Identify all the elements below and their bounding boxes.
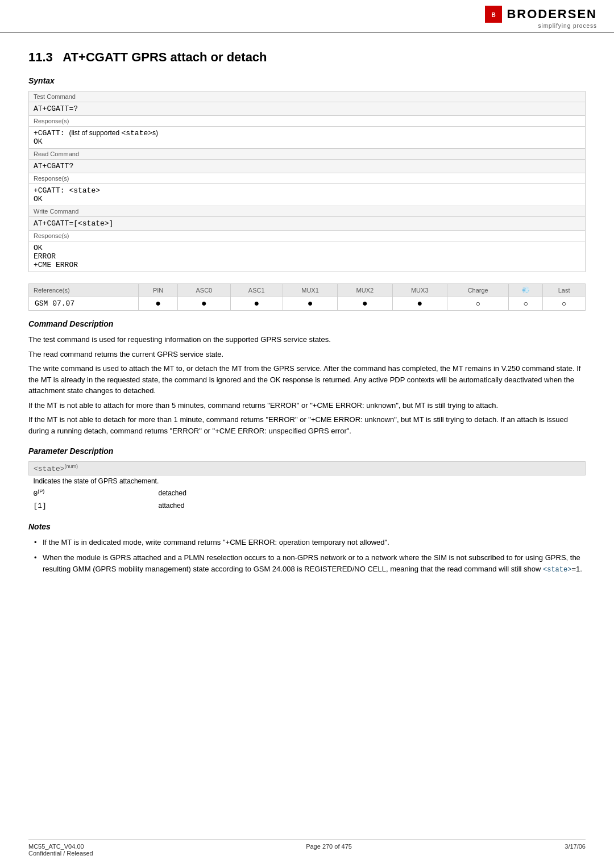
reference-table: Reference(s) PIN ASC0 ASC1 MUX1 MUX2 MUX… — [28, 283, 586, 311]
col-asc1: ASC1 — [230, 284, 283, 297]
col-wind: 💨 — [509, 284, 543, 297]
state-link: <state> — [543, 566, 571, 574]
read-command-header-row: Read Command — [29, 149, 586, 160]
param-header-row: <state>(num) — [29, 462, 586, 475]
write-response-text: OK ERROR +CME ERROR — [29, 241, 586, 272]
footer-page: Page 270 of 475 — [306, 843, 352, 850]
parameter-description-section: Parameter Description <state>(num) Indic… — [28, 446, 586, 512]
notes-title: Notes — [28, 522, 586, 531]
footer-left: MC55_ATC_V04.00 Confidential / Released — [28, 843, 93, 857]
write-command-header-row: Write Command — [29, 206, 586, 217]
note-item-1: If the MT is in dedicated mode, write co… — [34, 537, 586, 548]
notes-section: Notes If the MT is in dedicated mode, wr… — [28, 522, 586, 575]
cmd-desc-p2: The read command returns the current GPR… — [28, 349, 586, 360]
last-value: ○ — [543, 297, 586, 311]
param-value-0: 0(P) — [29, 487, 154, 500]
page-header: B BRODERSEN simplifying process — [0, 0, 614, 33]
write-command-label: Write Command — [29, 206, 586, 217]
write-command-row: AT+CGATT=[<state>] — [29, 217, 586, 231]
test-command-text: AT+CGATT=? — [29, 102, 586, 116]
reference-header-row: Reference(s) PIN ASC0 ASC1 MUX1 MUX2 MUX… — [29, 284, 586, 297]
wind-value: ○ — [509, 297, 543, 311]
svg-text:B: B — [492, 12, 496, 18]
test-response-label: Response(s) — [29, 116, 586, 127]
col-mux2: MUX2 — [338, 284, 392, 297]
col-last: Last — [543, 284, 586, 297]
mux3-value: ● — [392, 297, 447, 311]
test-response-row: +CGATT: (list of supported <state>s) OK — [29, 127, 586, 149]
asc0-value: ● — [178, 297, 230, 311]
param-label-1: attached — [154, 500, 586, 512]
write-response-header-row: Response(s) — [29, 231, 586, 241]
command-description-title: Command Description — [28, 319, 586, 328]
syntax-heading: Syntax — [28, 76, 586, 85]
col-mux1: MUX1 — [283, 284, 337, 297]
footer-center: Page 270 of 475 — [306, 843, 352, 857]
logo-sub: simplifying process — [538, 23, 597, 29]
cmd-desc-p3: The write command is used to attach the … — [28, 363, 586, 397]
logo-row: B BRODERSEN — [485, 6, 597, 23]
cmd-desc-p5: If the MT is not able to detach for more… — [28, 414, 586, 436]
param-value-1-row: [1] attached — [29, 500, 586, 512]
col-charge: Charge — [447, 284, 509, 297]
param-table: <state>(num) Indicates the state of GPRS… — [28, 461, 586, 512]
read-response-header-row: Response(s) — [29, 173, 586, 184]
col-asc0: ASC0 — [178, 284, 230, 297]
col-pin: PIN — [138, 284, 177, 297]
footer-doc-id: MC55_ATC_V04.00 — [28, 843, 93, 850]
write-response-row: OK ERROR +CME ERROR — [29, 241, 586, 272]
cmd-desc-p4: If the MT is not able to attach for more… — [28, 400, 586, 411]
param-name-header: <state>(num) — [29, 462, 586, 475]
mux1-value: ● — [283, 297, 337, 311]
footer-status: Confidential / Released — [28, 850, 93, 857]
charge-value: ○ — [447, 297, 509, 311]
syntax-table: Test Command AT+CGATT=? Response(s) +CGA… — [28, 91, 586, 272]
notes-list: If the MT is in dedicated mode, write co… — [34, 537, 586, 575]
test-command-label: Test Command — [29, 91, 586, 102]
write-response-label: Response(s) — [29, 231, 586, 241]
reference-data-row: GSM 07.07 ● ● ● ● ● ● ○ ○ ○ — [29, 297, 586, 311]
logo-area: B BRODERSEN simplifying process — [485, 6, 597, 29]
test-response-header-row: Response(s) — [29, 116, 586, 127]
section-title: 11.3 AT+CGATT GPRS attach or detach — [28, 50, 586, 65]
read-response-label: Response(s) — [29, 173, 586, 184]
parameter-description-title: Parameter Description — [28, 446, 586, 456]
reference-label: Reference(s) — [29, 284, 139, 297]
param-value-0-row: 0(P) detached — [29, 487, 586, 500]
asc1-value: ● — [230, 297, 283, 311]
footer-right: 3/17/06 — [565, 843, 586, 857]
read-response-row: +CGATT: <state> OK — [29, 184, 586, 206]
param-label-0: detached — [154, 487, 586, 500]
test-command-row: AT+CGATT=? — [29, 102, 586, 116]
gsm-label: GSM 07.07 — [29, 297, 139, 311]
logo-name: BRODERSEN — [507, 7, 597, 22]
brodersen-logo-icon: B — [485, 6, 502, 23]
read-command-row: AT+CGATT? — [29, 160, 586, 173]
test-response-text: +CGATT: (list of supported <state>s) OK — [29, 127, 586, 149]
param-desc-text: Indicates the state of GPRS attachement. — [29, 475, 586, 487]
main-content: 11.3 AT+CGATT GPRS attach or detach Synt… — [0, 33, 614, 596]
read-command-label: Read Command — [29, 149, 586, 160]
col-mux3: MUX3 — [392, 284, 447, 297]
test-command-header-row: Test Command — [29, 91, 586, 102]
mux2-value: ● — [338, 297, 392, 311]
pin-value: ● — [138, 297, 177, 311]
footer-date: 3/17/06 — [565, 843, 586, 850]
param-desc-row: Indicates the state of GPRS attachement. — [29, 475, 586, 487]
write-command-text: AT+CGATT=[<state>] — [29, 217, 586, 231]
command-description-section: Command Description The test command is … — [28, 319, 586, 436]
param-value-1: [1] — [29, 500, 154, 512]
page-footer: MC55_ATC_V04.00 Confidential / Released … — [28, 839, 586, 857]
read-command-text: AT+CGATT? — [29, 160, 586, 173]
cmd-desc-p1: The test command is used for requesting … — [28, 334, 586, 345]
read-response-text: +CGATT: <state> OK — [29, 184, 586, 206]
note-item-2: When the module is GPRS attached and a P… — [34, 552, 586, 575]
